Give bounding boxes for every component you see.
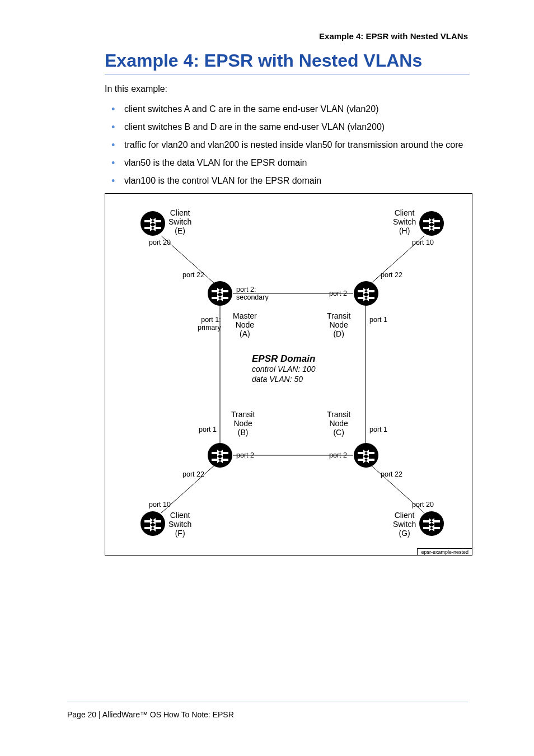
footer-rule — [67, 702, 468, 702]
running-header: Example 4: EPSR with Nested VLANs — [319, 31, 468, 41]
switch-icon — [353, 281, 379, 306]
port-label: port 22 — [381, 271, 402, 279]
svg-point-15 — [419, 511, 444, 536]
switch-icon — [207, 442, 233, 468]
node-label-g: Client Switch (G) — [393, 511, 416, 538]
port-label: port 2 — [329, 290, 347, 297]
list-item: traffic for vlan20 and vlan200 is nested… — [105, 140, 474, 150]
bullet-list: client switches A and C are in the same … — [105, 96, 474, 186]
svg-point-9 — [419, 211, 444, 236]
intro-text: In this example: — [105, 84, 167, 94]
svg-point-12 — [208, 443, 232, 468]
switch-icon — [353, 442, 379, 468]
port-label: port 10 — [149, 501, 171, 508]
port-label: port 10 — [412, 239, 434, 246]
node-label-d: Transit Node (D) — [327, 311, 350, 338]
port-label: port 1 — [369, 426, 387, 433]
switch-icon — [419, 211, 444, 236]
figure-caption: epsr-example-nested — [417, 548, 472, 556]
node-label-f: Client Switch (F) — [168, 511, 191, 538]
svg-point-10 — [208, 281, 232, 306]
switch-icon — [140, 511, 166, 536]
svg-point-8 — [140, 211, 165, 236]
node-label-b: Transit Node (B) — [231, 410, 255, 437]
svg-point-13 — [354, 443, 378, 468]
node-label-a: Master Node (A) — [233, 311, 257, 338]
svg-point-11 — [354, 281, 378, 306]
port-label: port 2 — [236, 451, 254, 459]
port-label: port 1:primary — [198, 316, 221, 332]
node-label-h: Client Switch (H) — [393, 208, 416, 235]
node-label-e: Client Switch (E) — [168, 208, 191, 235]
list-item: vlan100 is the control VLAN for the EPSR… — [105, 176, 474, 186]
node-label-c: Transit Node (C) — [327, 410, 350, 437]
port-label: port 2:secondary — [236, 286, 269, 301]
port-label: port 1 — [369, 316, 387, 324]
port-label: port 2 — [329, 451, 347, 459]
switch-icon — [419, 511, 444, 536]
switch-icon — [207, 281, 233, 306]
port-label: port 1 — [199, 426, 217, 433]
port-label: port 22 — [381, 470, 402, 478]
topology-figure: Client Switch (E) port 20 Client Switch … — [105, 193, 472, 556]
port-label: port 20 — [412, 501, 434, 508]
list-item: client switches A and C are in the same … — [105, 104, 474, 114]
svg-point-14 — [140, 511, 165, 536]
port-label: port 20 — [149, 239, 171, 246]
port-label: port 22 — [182, 470, 204, 478]
footer-text: Page 20 | AlliedWare™ OS How To Note: EP… — [67, 710, 234, 719]
switch-icon — [140, 211, 166, 236]
port-label: port 22 — [182, 271, 204, 279]
page-title: Example 4: EPSR with Nested VLANs — [105, 50, 470, 75]
list-item: vlan50 is the data VLAN for the EPSR dom… — [105, 158, 474, 168]
epsr-domain-label: EPSR Domain control VLAN: 100 data VLAN:… — [252, 354, 316, 384]
list-item: client switches B and D are in the same … — [105, 122, 474, 132]
